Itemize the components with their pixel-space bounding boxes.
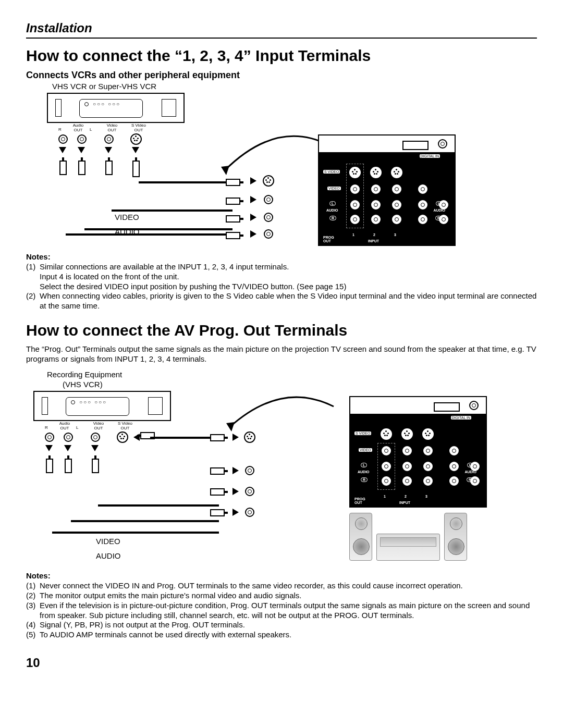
note-item: (3)Even if the television is in picture-… xyxy=(26,601,537,621)
arrow-right-icon xyxy=(250,230,256,238)
video-cable-label: VIDEO xyxy=(115,213,139,221)
vcr-video-out-label: Video OUT xyxy=(103,123,121,132)
vcr-audio-out-label: Audio OUT xyxy=(68,123,89,132)
notes-label: Notes: xyxy=(26,252,537,261)
page-number: 10 xyxy=(26,656,537,670)
video-cable-label: VIDEO xyxy=(96,537,120,546)
arrow-right-icon xyxy=(232,509,239,516)
audio-r-label: R xyxy=(329,216,336,220)
arrow-right-icon xyxy=(232,467,239,474)
arrow-right-icon xyxy=(250,214,256,221)
video-row-label: VIDEO xyxy=(327,187,341,190)
tv-rear-panel: DIGITAL IN S VIDEO VIDEO L AUDIO R xyxy=(318,134,456,246)
input-label: INPUT xyxy=(368,239,379,243)
rca-plug xyxy=(105,161,113,175)
progout-description: The “Prog. Out” Terminals output the sam… xyxy=(26,344,537,364)
subheading-peripheral: Connects VCRs and other peripheral equip… xyxy=(26,70,537,81)
heading-input-terminals: How to connect the “1, 2, 3, 4” Input Te… xyxy=(26,47,537,65)
digital-in-label: DIGITAL IN xyxy=(420,154,440,158)
note-item: (2)The monitor output emits the main pic… xyxy=(26,591,537,601)
rca-plug xyxy=(226,232,240,239)
notes-label: Notes: xyxy=(26,571,537,580)
svideo-row-label: S VIDEO xyxy=(323,170,340,174)
rca-plug xyxy=(226,198,240,205)
note-item: (4)Signal (Y, PB, PR) is not output at t… xyxy=(26,620,537,630)
caption-vhs-vcr: (VHS VCR) xyxy=(63,380,537,389)
arrow-down-icon xyxy=(91,445,99,451)
dvi-port-icon xyxy=(434,402,460,412)
notes-list-1: (1)Similar connections are available at … xyxy=(26,262,537,311)
rca-plug xyxy=(78,161,85,175)
prog-out-label: PROG OUT xyxy=(323,236,334,243)
svg-marker-0 xyxy=(221,166,229,175)
svideo-plug xyxy=(132,161,140,177)
note-item: (1)Never connect the VIDEO IN and Prog. … xyxy=(26,581,537,591)
tv-audio-r-target xyxy=(264,229,273,239)
arrow-right-icon xyxy=(232,488,239,495)
note-item: (1)Similar connections are available at … xyxy=(26,262,537,291)
tv-audio-l-target xyxy=(264,213,273,222)
tv-rear-panel: DIGITAL IN S VIDEO VIDEO L AUDIO R L AU xyxy=(349,396,487,508)
note-item: (5)To AUDIO AMP terminals cannot be used… xyxy=(26,630,537,640)
vcr-device: ○○○ ○○○ xyxy=(47,93,185,123)
vcr-svideo-out-label: S Video OUT xyxy=(128,123,149,132)
rca-plug xyxy=(59,161,67,175)
vcr-svideo-jack xyxy=(130,133,142,145)
dvi-port-icon xyxy=(402,141,429,150)
vcr-device: ○○○ ○○○ xyxy=(33,391,171,421)
diagram-prog-out: ○○○ ○○○ Audio OUT R L Video OUT S Video … xyxy=(26,391,537,568)
arrow-down-icon xyxy=(132,147,139,153)
vcr-l-label: L xyxy=(90,127,92,132)
vcr-audio-l-jack xyxy=(77,134,87,144)
notes-list-2: (1)Never connect the VIDEO IN and Prog. … xyxy=(26,581,537,640)
audio-cable-label: AUDIO xyxy=(96,551,121,560)
arrow-down-icon xyxy=(78,147,85,153)
audio-label: AUDIO xyxy=(326,208,338,212)
diagram-input-terminals: ○○○ ○○○ Audio OUT R L Video OUT S Video … xyxy=(26,93,537,249)
arrow-down-icon xyxy=(105,147,112,153)
arrow-down-icon xyxy=(64,445,71,451)
arrow-down-icon xyxy=(59,147,66,153)
svg-marker-1 xyxy=(226,422,235,431)
audio-l-label: L xyxy=(329,201,336,206)
rca-plug xyxy=(226,215,240,223)
vcr-audio-r-jack xyxy=(58,134,68,144)
section-header: Installation xyxy=(26,21,537,39)
curve-arrow-icon xyxy=(224,391,339,438)
note-item: (2)When connecting video cables, priorit… xyxy=(26,291,537,311)
vcr-r-label: R xyxy=(58,127,62,132)
caption-vcr: VHS VCR or Super-VHS VCR xyxy=(52,82,537,91)
curve-arrow-icon xyxy=(219,129,334,181)
audio-cable-label: AUDIO xyxy=(115,227,140,236)
arrow-right-icon xyxy=(250,196,256,203)
caption-recording-equipment: Recording Equipment xyxy=(47,370,537,379)
vcr-video-jack xyxy=(104,134,114,144)
arrow-down-icon xyxy=(45,445,53,451)
tv-video-target xyxy=(264,195,273,204)
heading-prog-out: How to connect the AV Prog. Out Terminal… xyxy=(26,322,537,339)
